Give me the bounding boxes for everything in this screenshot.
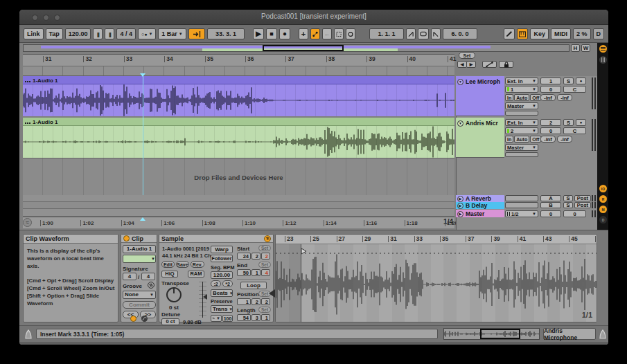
monitor-in-button[interactable]: In	[505, 136, 513, 143]
envelopes-box-toggle[interactable]	[141, 316, 148, 322]
time-ruler-mode-icon[interactable]: ≈	[23, 218, 32, 227]
track2-activator[interactable]: 2	[540, 119, 561, 126]
link-button[interactable]: Link	[24, 28, 44, 39]
unfold-track-icon[interactable]: ▼	[457, 120, 463, 127]
set-locator-button[interactable]: Set	[459, 52, 475, 59]
track1-activator[interactable]: 1	[540, 78, 561, 84]
lock-envelopes-button[interactable]	[499, 61, 513, 68]
nudge-up-button[interactable]: |||	[105, 28, 114, 39]
punch-out-button[interactable]	[431, 28, 441, 39]
seg-bpm-field[interactable]: 120.00	[211, 271, 233, 279]
clip-start-flag[interactable]	[301, 245, 307, 257]
vertical-stripes-icon-button[interactable]	[599, 56, 607, 64]
follower-button[interactable]: Follower	[211, 255, 233, 262]
clip-fade-handle-icon[interactable]	[25, 81, 26, 82]
clip-overview[interactable]	[443, 328, 540, 340]
capture-midi-button[interactable]	[334, 28, 344, 39]
master-volume[interactable]: 0	[540, 210, 561, 217]
master-cue-out[interactable]: 1/2▼	[505, 210, 538, 217]
show-detail-view-toggle[interactable]	[599, 329, 607, 342]
warp-button[interactable]: Warp	[211, 246, 233, 253]
computer-midi-keyboard-button[interactable]	[517, 28, 528, 39]
overdub-button[interactable]: +	[299, 28, 308, 39]
sample-display[interactable]: 23252729313335373941434547 1/1	[275, 234, 597, 322]
session-record-button[interactable]	[346, 28, 355, 39]
stop-button[interactable]: ■	[266, 28, 277, 39]
loop-switch[interactable]	[418, 28, 429, 39]
loop-length-field[interactable]: 6. 0. 0	[443, 28, 477, 39]
record-button[interactable]: ●	[279, 28, 290, 39]
set-end-button[interactable]: Set	[258, 262, 271, 268]
track2-pan[interactable]: C	[563, 127, 586, 134]
transient-envelope-field[interactable]: 100	[222, 315, 233, 322]
revert-sample-button[interactable]: Rev.	[191, 261, 204, 268]
clip-sig-numerator[interactable]: 4	[123, 273, 136, 280]
automation-mode-button[interactable]	[482, 61, 497, 68]
return-a-activator[interactable]: A	[540, 195, 561, 201]
overview-viewport-box[interactable]	[263, 45, 344, 51]
monitor-auto-button[interactable]: Auto	[514, 136, 529, 143]
monitor-auto-button[interactable]: Auto	[514, 94, 529, 101]
show-mixer-toggle[interactable]: M	[599, 206, 607, 213]
midi-map-button[interactable]: MIDI	[551, 28, 571, 39]
play-button[interactable]: ▶	[253, 28, 264, 39]
groove-hotswap-icon[interactable]	[148, 282, 154, 289]
unfold-track-icon[interactable]: ▶	[457, 203, 463, 209]
tap-tempo-button[interactable]: Tap	[46, 28, 63, 39]
return-b-activator[interactable]: B	[540, 202, 561, 208]
return-b-name-area[interactable]: ▶B Delay	[456, 202, 504, 209]
double-tempo-button[interactable]: *2	[222, 280, 233, 287]
warp-mode-chooser[interactable]: Beats▼	[211, 289, 233, 297]
return-a-name-area[interactable]: ▶A Reverb	[456, 195, 504, 202]
return-a-solo-button[interactable]: S	[563, 195, 573, 201]
loop-start-field[interactable]: 1. 1. 1	[369, 28, 404, 39]
return-b-pre-post-toggle[interactable]: Post	[574, 202, 591, 208]
track1-input-type[interactable]: Ext. In▼	[505, 78, 538, 84]
clip-box-lamp-toggle[interactable]	[130, 316, 136, 322]
clip-beat-ruler[interactable]: 23252729313335373941434547	[276, 235, 597, 244]
track2-input-channel[interactable]: 2▼	[505, 127, 538, 134]
edit-sample-button[interactable]: Edit	[161, 261, 175, 268]
hot-swap-sample-button[interactable]	[264, 235, 271, 242]
show-returns-toggle[interactable]: R	[599, 195, 607, 203]
hiq-button[interactable]: HiQ	[161, 271, 178, 277]
master-cue-volume[interactable]: 0	[563, 210, 586, 217]
track1-arm-button[interactable]: ●	[576, 78, 586, 84]
arrangement-position-display[interactable]: 33. 3. 1	[207, 28, 245, 39]
track1-output[interactable]: Master▼	[505, 102, 538, 109]
clip-waveform-area[interactable]: 1/1	[276, 244, 597, 322]
return-lane-a[interactable]	[23, 195, 454, 202]
metronome-button[interactable]: ○●▼	[138, 28, 156, 39]
clip-body-track2[interactable]	[23, 126, 454, 158]
track1-solo-button[interactable]: S	[563, 78, 574, 84]
unfold-track-icon[interactable]: ▶	[457, 211, 463, 217]
return-lane-b[interactable]	[23, 202, 454, 209]
track2-output[interactable]: Master▼	[505, 144, 538, 151]
monitor-in-button[interactable]: In	[505, 94, 513, 101]
track2-arm-button[interactable]: ●	[576, 119, 586, 126]
clip-overview-viewport[interactable]	[480, 329, 520, 339]
clip-body-track1[interactable]	[23, 84, 454, 116]
monitor-off-button[interactable]: Off	[530, 94, 541, 101]
return-a-pre-post-toggle[interactable]: Post	[574, 195, 591, 201]
loop-length-fields[interactable]: 5431	[237, 314, 270, 321]
beat-time-ruler[interactable]: 3132333435363738394041	[23, 54, 454, 66]
clip-fade-handle-icon[interactable]	[25, 122, 26, 124]
automation-arm-button[interactable]	[310, 28, 320, 39]
return-b-field[interactable]	[505, 202, 538, 208]
quantization-menu[interactable]: 1 Bar▼	[158, 28, 186, 39]
next-locator-button[interactable]: ▶	[466, 61, 476, 68]
set-start-button[interactable]: Set	[258, 245, 271, 251]
nudge-down-button[interactable]: |||	[93, 28, 103, 39]
end-position-fields[interactable]: 5014	[237, 269, 270, 276]
return-a-field[interactable]	[505, 195, 538, 201]
clip-title-track1[interactable]: 1-Audio 1	[23, 76, 454, 84]
track1-pan[interactable]: C	[563, 86, 586, 93]
track2-name-area[interactable]: ▼Andris Micr	[456, 118, 504, 158]
ram-button[interactable]: RAM	[188, 271, 204, 277]
master-lane[interactable]	[23, 209, 454, 217]
key-map-button[interactable]: Key	[530, 28, 549, 39]
unfold-track-icon[interactable]: ▶	[457, 196, 463, 202]
prev-locator-button[interactable]: ◀	[457, 61, 467, 68]
start-position-fields[interactable]: 2422	[237, 253, 270, 260]
